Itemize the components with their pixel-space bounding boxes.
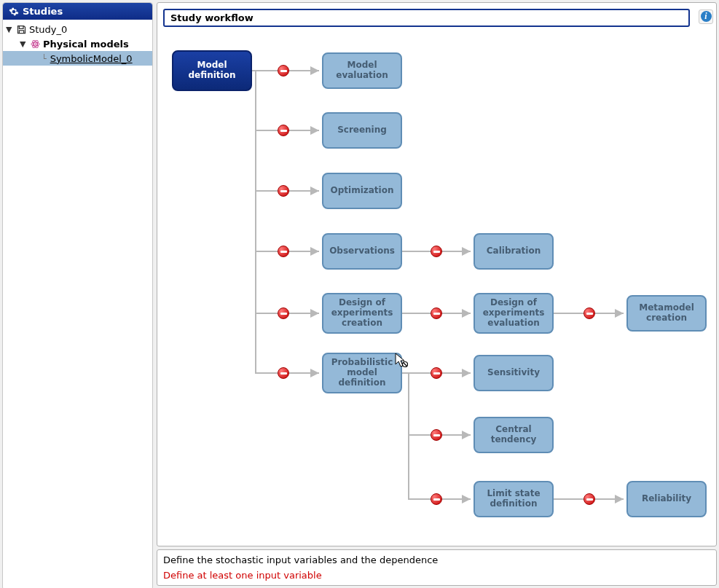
node-central-tendency[interactable]: Central tendency bbox=[474, 417, 554, 453]
status-warning: Define at least one input variable bbox=[163, 570, 710, 581]
no-entry-icon bbox=[431, 429, 442, 441]
gear-icon bbox=[9, 7, 19, 17]
workflow-canvas: Model definition Model evaluation Screen… bbox=[157, 27, 716, 546]
atom-icon bbox=[29, 38, 41, 50]
node-reliability[interactable]: Reliability bbox=[626, 481, 707, 517]
tree-item-symbolic-model[interactable]: └ SymbolicModel_0 bbox=[3, 51, 152, 66]
tree-item-study[interactable]: ▼ Study_0 bbox=[3, 22, 152, 36]
tree-item-label: Physical models bbox=[43, 39, 129, 50]
node-model-definition[interactable]: Model definition bbox=[172, 50, 252, 91]
status-panel: Define the stochastic input variables an… bbox=[157, 549, 717, 586]
info-button[interactable]: i bbox=[699, 9, 713, 24]
no-entry-icon bbox=[431, 493, 442, 505]
no-entry-icon bbox=[278, 367, 289, 379]
node-model-evaluation[interactable]: Model evaluation bbox=[322, 52, 402, 89]
workflow-title-bar: Study workflow bbox=[163, 9, 690, 27]
no-entry-icon bbox=[584, 493, 595, 505]
studies-tree-panel: Studies ▼ Study_0 ▼ Physical models └ bbox=[2, 2, 153, 588]
tree-item-physical-models[interactable]: ▼ Physical models bbox=[3, 36, 152, 51]
node-prob-model-definition[interactable]: Probabilistic model definition bbox=[322, 353, 402, 393]
node-observations[interactable]: Observations bbox=[322, 233, 402, 270]
workflow-panel: Study workflow i bbox=[157, 2, 717, 546]
disk-icon bbox=[15, 23, 27, 35]
svg-point-9 bbox=[403, 362, 408, 367]
no-entry-icon bbox=[278, 65, 289, 77]
node-limit-state-definition[interactable]: Limit state definition bbox=[474, 481, 554, 517]
node-sensitivity[interactable]: Sensitivity bbox=[474, 355, 554, 391]
no-entry-icon bbox=[431, 367, 442, 379]
studies-header: Studies bbox=[3, 3, 152, 20]
studies-tree[interactable]: ▼ Study_0 ▼ Physical models └ SymbolicMo… bbox=[3, 20, 152, 68]
tree-branch-icon: └ bbox=[42, 54, 47, 63]
status-description: Define the stochastic input variables an… bbox=[163, 554, 710, 565]
no-entry-icon bbox=[278, 246, 289, 257]
workflow-title: Study workflow bbox=[170, 12, 254, 23]
studies-title: Studies bbox=[23, 6, 63, 17]
chevron-down-icon[interactable]: ▼ bbox=[6, 25, 13, 34]
svg-point-3 bbox=[34, 43, 36, 44]
node-optimization[interactable]: Optimization bbox=[322, 173, 402, 209]
node-screening[interactable]: Screening bbox=[322, 112, 402, 149]
node-calibration[interactable]: Calibration bbox=[474, 233, 554, 270]
node-doe-evaluation[interactable]: Design of experiments evaluation bbox=[474, 293, 554, 334]
no-entry-icon bbox=[278, 185, 289, 197]
no-entry-icon bbox=[278, 307, 289, 319]
no-entry-icon bbox=[431, 307, 442, 319]
chevron-down-icon[interactable]: ▼ bbox=[20, 39, 27, 49]
tree-item-label: SymbolicModel_0 bbox=[50, 53, 133, 64]
no-entry-icon bbox=[584, 307, 595, 319]
tree-item-label: Study_0 bbox=[29, 24, 67, 35]
no-entry-icon bbox=[431, 246, 442, 257]
svg-line-10 bbox=[404, 363, 407, 366]
info-icon: i bbox=[701, 11, 712, 22]
node-doe-creation[interactable]: Design of experiments creation bbox=[322, 293, 402, 334]
node-metamodel-creation[interactable]: Metamodel creation bbox=[626, 295, 707, 332]
no-entry-icon bbox=[278, 125, 289, 136]
